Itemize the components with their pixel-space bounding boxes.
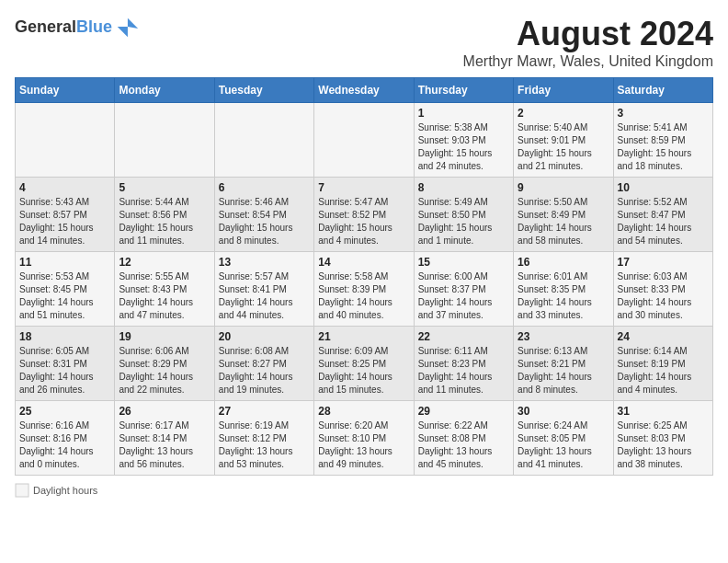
day-cell: 28Sunrise: 6:20 AM Sunset: 8:10 PM Dayli… bbox=[314, 401, 414, 476]
day-cell: 30Sunrise: 6:24 AM Sunset: 8:05 PM Dayli… bbox=[514, 401, 613, 476]
day-cell: 19Sunrise: 6:06 AM Sunset: 8:29 PM Dayli… bbox=[115, 327, 214, 401]
day-cell: 4Sunrise: 5:43 AM Sunset: 8:57 PM Daylig… bbox=[16, 178, 115, 252]
day-info: Sunrise: 6:03 AM Sunset: 8:33 PM Dayligh… bbox=[618, 270, 709, 322]
logo-icon bbox=[114, 15, 140, 40]
col-header-friday: Friday bbox=[514, 78, 613, 103]
day-cell: 20Sunrise: 6:08 AM Sunset: 8:27 PM Dayli… bbox=[214, 327, 313, 401]
legend-icon bbox=[15, 483, 29, 498]
day-cell: 27Sunrise: 6:19 AM Sunset: 8:12 PM Dayli… bbox=[214, 401, 313, 476]
day-number: 17 bbox=[618, 256, 709, 269]
day-cell: 21Sunrise: 6:09 AM Sunset: 8:25 PM Dayli… bbox=[314, 327, 414, 401]
day-cell: 23Sunrise: 6:13 AM Sunset: 8:21 PM Dayli… bbox=[514, 327, 613, 401]
subtitle: Merthyr Mawr, Wales, United Kingdom bbox=[463, 53, 713, 70]
day-info: Sunrise: 5:44 AM Sunset: 8:56 PM Dayligh… bbox=[119, 196, 210, 247]
day-info: Sunrise: 6:01 AM Sunset: 8:35 PM Dayligh… bbox=[518, 270, 609, 322]
day-info: Sunrise: 6:17 AM Sunset: 8:14 PM Dayligh… bbox=[119, 419, 210, 471]
day-number: 15 bbox=[418, 256, 509, 269]
day-number: 4 bbox=[19, 181, 110, 194]
day-info: Sunrise: 6:08 AM Sunset: 8:27 PM Dayligh… bbox=[219, 345, 310, 396]
day-info: Sunrise: 5:41 AM Sunset: 8:59 PM Dayligh… bbox=[618, 121, 709, 173]
day-info: Sunrise: 6:05 AM Sunset: 8:31 PM Dayligh… bbox=[19, 345, 110, 396]
day-number: 18 bbox=[19, 330, 110, 343]
day-info: Sunrise: 6:14 AM Sunset: 8:19 PM Dayligh… bbox=[618, 345, 709, 396]
day-cell: 6Sunrise: 5:46 AM Sunset: 8:54 PM Daylig… bbox=[214, 178, 313, 252]
day-info: Sunrise: 5:46 AM Sunset: 8:54 PM Dayligh… bbox=[219, 196, 310, 247]
col-header-wednesday: Wednesday bbox=[314, 78, 414, 103]
day-cell: 2Sunrise: 5:40 AM Sunset: 9:01 PM Daylig… bbox=[514, 103, 613, 178]
day-cell: 16Sunrise: 6:01 AM Sunset: 8:35 PM Dayli… bbox=[514, 252, 613, 327]
day-cell bbox=[214, 103, 313, 178]
day-info: Sunrise: 5:55 AM Sunset: 8:43 PM Dayligh… bbox=[119, 270, 210, 322]
day-number: 3 bbox=[618, 107, 709, 120]
week-row-5: 25Sunrise: 6:16 AM Sunset: 8:16 PM Dayli… bbox=[16, 401, 713, 476]
day-info: Sunrise: 6:19 AM Sunset: 8:12 PM Dayligh… bbox=[219, 419, 310, 471]
week-row-1: 1Sunrise: 5:38 AM Sunset: 9:03 PM Daylig… bbox=[16, 103, 713, 178]
day-number: 20 bbox=[219, 330, 310, 343]
day-number: 22 bbox=[418, 330, 509, 343]
day-info: Sunrise: 6:25 AM Sunset: 8:03 PM Dayligh… bbox=[618, 419, 709, 471]
col-header-saturday: Saturday bbox=[613, 78, 712, 103]
day-cell: 18Sunrise: 6:05 AM Sunset: 8:31 PM Dayli… bbox=[16, 327, 115, 401]
day-info: Sunrise: 6:00 AM Sunset: 8:37 PM Dayligh… bbox=[418, 270, 509, 322]
day-info: Sunrise: 5:57 AM Sunset: 8:41 PM Dayligh… bbox=[219, 270, 310, 322]
svg-rect-1 bbox=[16, 484, 28, 497]
col-header-sunday: Sunday bbox=[16, 78, 115, 103]
legend: Daylight hours bbox=[15, 483, 713, 498]
day-number: 23 bbox=[518, 330, 609, 343]
day-info: Sunrise: 5:53 AM Sunset: 8:45 PM Dayligh… bbox=[19, 270, 110, 322]
day-number: 7 bbox=[318, 181, 409, 194]
day-info: Sunrise: 6:06 AM Sunset: 8:29 PM Dayligh… bbox=[119, 345, 210, 396]
day-info: Sunrise: 5:58 AM Sunset: 8:39 PM Dayligh… bbox=[318, 270, 409, 322]
day-number: 28 bbox=[318, 405, 409, 418]
week-row-3: 11Sunrise: 5:53 AM Sunset: 8:45 PM Dayli… bbox=[16, 252, 713, 327]
day-number: 9 bbox=[518, 181, 609, 194]
legend-label: Daylight hours bbox=[33, 485, 97, 496]
day-cell: 22Sunrise: 6:11 AM Sunset: 8:23 PM Dayli… bbox=[414, 327, 513, 401]
day-number: 14 bbox=[318, 256, 409, 269]
day-number: 12 bbox=[119, 256, 210, 269]
col-header-thursday: Thursday bbox=[414, 78, 513, 103]
day-number: 27 bbox=[219, 405, 310, 418]
day-cell: 3Sunrise: 5:41 AM Sunset: 8:59 PM Daylig… bbox=[613, 103, 712, 178]
page-header: GeneralBlue August 2024 Merthyr Mawr, Wa… bbox=[15, 15, 713, 70]
day-cell: 7Sunrise: 5:47 AM Sunset: 8:52 PM Daylig… bbox=[314, 178, 414, 252]
col-header-tuesday: Tuesday bbox=[214, 78, 313, 103]
day-cell: 15Sunrise: 6:00 AM Sunset: 8:37 PM Dayli… bbox=[414, 252, 513, 327]
day-cell: 11Sunrise: 5:53 AM Sunset: 8:45 PM Dayli… bbox=[16, 252, 115, 327]
day-info: Sunrise: 5:38 AM Sunset: 9:03 PM Dayligh… bbox=[418, 121, 509, 173]
day-cell: 8Sunrise: 5:49 AM Sunset: 8:50 PM Daylig… bbox=[414, 178, 513, 252]
day-number: 16 bbox=[518, 256, 609, 269]
day-number: 11 bbox=[19, 256, 110, 269]
day-cell: 10Sunrise: 5:52 AM Sunset: 8:47 PM Dayli… bbox=[613, 178, 712, 252]
day-info: Sunrise: 5:49 AM Sunset: 8:50 PM Dayligh… bbox=[418, 196, 509, 247]
day-cell: 29Sunrise: 6:22 AM Sunset: 8:08 PM Dayli… bbox=[414, 401, 513, 476]
day-number: 1 bbox=[418, 107, 509, 120]
day-cell bbox=[115, 103, 214, 178]
day-info: Sunrise: 6:11 AM Sunset: 8:23 PM Dayligh… bbox=[418, 345, 509, 396]
day-number: 8 bbox=[418, 181, 509, 194]
day-cell bbox=[314, 103, 414, 178]
svg-marker-0 bbox=[118, 18, 138, 38]
logo-text: GeneralBlue bbox=[15, 18, 112, 37]
day-info: Sunrise: 6:13 AM Sunset: 8:21 PM Dayligh… bbox=[518, 345, 609, 396]
day-number: 10 bbox=[618, 181, 709, 194]
day-number: 30 bbox=[518, 405, 609, 418]
col-header-monday: Monday bbox=[115, 78, 214, 103]
day-number: 6 bbox=[219, 181, 310, 194]
day-cell: 5Sunrise: 5:44 AM Sunset: 8:56 PM Daylig… bbox=[115, 178, 214, 252]
day-info: Sunrise: 6:24 AM Sunset: 8:05 PM Dayligh… bbox=[518, 419, 609, 471]
day-info: Sunrise: 6:09 AM Sunset: 8:25 PM Dayligh… bbox=[318, 345, 409, 396]
day-info: Sunrise: 5:40 AM Sunset: 9:01 PM Dayligh… bbox=[518, 121, 609, 173]
day-cell: 1Sunrise: 5:38 AM Sunset: 9:03 PM Daylig… bbox=[414, 103, 513, 178]
day-info: Sunrise: 5:52 AM Sunset: 8:47 PM Dayligh… bbox=[618, 196, 709, 247]
day-cell: 12Sunrise: 5:55 AM Sunset: 8:43 PM Dayli… bbox=[115, 252, 214, 327]
day-info: Sunrise: 5:47 AM Sunset: 8:52 PM Dayligh… bbox=[318, 196, 409, 247]
day-info: Sunrise: 5:50 AM Sunset: 8:49 PM Dayligh… bbox=[518, 196, 609, 247]
week-row-4: 18Sunrise: 6:05 AM Sunset: 8:31 PM Dayli… bbox=[16, 327, 713, 401]
day-number: 31 bbox=[618, 405, 709, 418]
week-row-2: 4Sunrise: 5:43 AM Sunset: 8:57 PM Daylig… bbox=[16, 178, 713, 252]
day-info: Sunrise: 6:16 AM Sunset: 8:16 PM Dayligh… bbox=[19, 419, 110, 471]
logo: GeneralBlue bbox=[15, 15, 140, 40]
calendar-header-row: SundayMondayTuesdayWednesdayThursdayFrid… bbox=[16, 78, 713, 103]
day-number: 13 bbox=[219, 256, 310, 269]
